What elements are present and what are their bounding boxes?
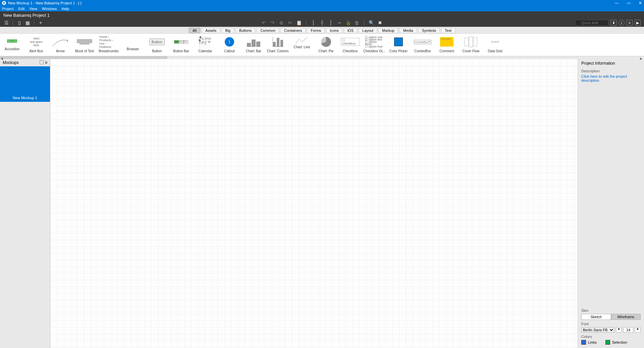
gallery-item-chartpie[interactable]: Chart: Pie xyxy=(314,34,338,56)
inspector-panel: Project Information Description Click he… xyxy=(578,59,644,348)
gallery-item-comment[interactable]: A comment Comment xyxy=(435,34,459,56)
separator xyxy=(34,20,34,25)
tab-symbols[interactable]: Symbols xyxy=(418,28,440,33)
gallery-item-checkboxgroup[interactable]: ☐ option one☑ option two☐ option three☐ … xyxy=(362,34,386,56)
skin-toggle: Sketch Wireframe xyxy=(581,314,641,320)
menu-icon[interactable]: ☰ xyxy=(3,20,9,25)
gallery-item-checkbox[interactable]: Checkbox Checkbox xyxy=(338,34,362,56)
gallery-label: Chart: Line xyxy=(294,45,310,49)
tab-containers[interactable]: Containers xyxy=(280,28,306,33)
link-color-swatch[interactable] xyxy=(581,340,586,345)
gallery-item-datagrid[interactable]: Data Grid xyxy=(483,34,507,56)
tab-buttons[interactable]: Buttons xyxy=(235,28,255,33)
menu-view[interactable]: View xyxy=(29,7,37,11)
lock-icon[interactable]: 🔒 xyxy=(345,20,351,25)
tab-text[interactable]: Text xyxy=(441,28,455,33)
gallery-item-colorpicker[interactable]: Color Picker xyxy=(386,34,411,56)
gallery-item-arrow[interactable]: Arrow xyxy=(48,34,72,56)
gallery-item-breadcrumbs[interactable]: Home › Products › Ace › Features Breadcr… xyxy=(97,34,121,56)
selection-color-swatch[interactable] xyxy=(605,340,610,345)
gallery-item-chartline[interactable]: Chart: Line xyxy=(290,34,314,56)
gallery-label: Button xyxy=(152,49,162,53)
gallery-item-coverflow[interactable]: Cover Flow xyxy=(459,34,483,56)
gallery-label: Comment xyxy=(439,49,454,53)
window-title: New Mockup 1 - New Balsamiq Project 1 - … xyxy=(8,1,82,5)
align-center-icon[interactable]: ╂ xyxy=(319,20,325,25)
colors-label: Colors xyxy=(581,335,641,339)
font-family-select[interactable]: Berlin Sans FB xyxy=(581,327,614,333)
tab-assets[interactable]: Assets xyxy=(202,28,220,33)
search-icon[interactable]: 🔍 xyxy=(368,20,374,25)
view-single-icon[interactable]: ▯ xyxy=(16,20,22,25)
quick-add-input[interactable] xyxy=(575,20,608,26)
tab-big[interactable]: Big xyxy=(221,28,234,33)
tab-ios[interactable]: iOS xyxy=(344,28,357,33)
mockup-thumbnail[interactable]: New Mockup 1 xyxy=(0,66,50,102)
gallery-item-alert[interactable]: Alerttext goes here Alert Box xyxy=(24,34,48,56)
align-top-icon[interactable]: ━ xyxy=(336,20,342,25)
project-info-title: Project Information xyxy=(578,59,644,68)
tab-forms[interactable]: Forms xyxy=(307,28,325,33)
maximize-button[interactable]: ▭ xyxy=(627,1,631,5)
menu-help[interactable]: Help xyxy=(62,7,69,11)
tab-icons[interactable]: Icons xyxy=(326,28,342,33)
canvas[interactable] xyxy=(50,59,578,348)
component-gallery-wrap: Item One Accordion Alerttext goes here A… xyxy=(0,33,644,59)
font-label: Font xyxy=(581,322,641,326)
close-button[interactable]: ✕ xyxy=(639,1,642,5)
mockups-view-icon[interactable] xyxy=(40,60,44,64)
gallery-item-chartbar[interactable]: Chart: Bar xyxy=(241,34,266,56)
tab-common[interactable]: Common xyxy=(257,28,279,33)
fullscreen-icon[interactable]: ▶ xyxy=(635,20,641,26)
undo-icon[interactable]: ↶ xyxy=(261,20,267,25)
close-search-icon[interactable]: ✖ xyxy=(377,20,383,25)
gallery-scroll-right-icon[interactable]: ▶ xyxy=(640,57,643,60)
font-family-dropdown-icon[interactable]: ▼ xyxy=(616,327,622,333)
tab-layout[interactable]: Layout xyxy=(359,28,377,33)
cut-icon[interactable]: ✂ xyxy=(287,20,293,25)
gallery-item-chartcol[interactable]: Chart: Column xyxy=(266,34,290,56)
gallery-scroll-left-icon[interactable]: ◀ xyxy=(1,57,4,60)
gallery-item-browser[interactable]: Browser xyxy=(121,34,145,56)
description-placeholder[interactable]: Click here to edit the project descripti… xyxy=(578,74,644,86)
copy-icon[interactable]: ⧉ xyxy=(278,20,284,26)
redo-icon[interactable]: ↷ xyxy=(270,20,276,25)
gallery-item-accordion[interactable]: Item One Accordion xyxy=(0,34,24,56)
paste-icon[interactable]: 📋 xyxy=(296,20,302,25)
minimize-button[interactable]: — xyxy=(615,1,619,5)
align-left-icon[interactable]: ┃ xyxy=(310,20,316,25)
import-icon[interactable]: ⬇ xyxy=(610,20,616,26)
add-icon[interactable]: ＋ xyxy=(38,20,44,26)
separator xyxy=(13,20,13,25)
menu-edit[interactable]: Edit xyxy=(18,7,24,11)
font-size-dropdown-icon[interactable]: ▼ xyxy=(635,327,641,333)
skin-sketch[interactable]: Sketch xyxy=(581,314,611,320)
view-grid-icon[interactable]: ▦ xyxy=(24,20,31,25)
component-gallery[interactable]: Item One Accordion Alerttext goes here A… xyxy=(0,33,644,56)
mockups-list-icon[interactable]: ≡ xyxy=(45,60,47,65)
project-title: New Balsamiq Project 1 xyxy=(3,13,50,18)
skin-wireframe[interactable]: Wireframe xyxy=(611,314,641,320)
tab-media[interactable]: Media xyxy=(399,28,417,33)
align-right-icon[interactable]: ┃ xyxy=(328,20,334,25)
gallery-label: ComboBox xyxy=(414,49,431,53)
separator xyxy=(306,20,306,25)
gallery-item-button[interactable]: Button Button xyxy=(145,34,169,56)
font-size-input[interactable] xyxy=(623,327,633,333)
notes-icon[interactable]: ≡ xyxy=(627,20,633,26)
gallery-item-blocktext[interactable]: Block of Text xyxy=(72,34,97,56)
gallery-item-combobox[interactable]: ComboBox ComboBox xyxy=(411,34,435,56)
gallery-label: Chart: Bar xyxy=(246,49,261,53)
gallery-label: Callout xyxy=(224,49,234,53)
gallery-item-buttonbar[interactable]: OneTwoThr Button Bar xyxy=(169,34,193,56)
menu-project[interactable]: Project xyxy=(2,7,13,11)
delete-icon[interactable]: 🗑 xyxy=(354,20,360,25)
gallery-item-callout[interactable]: 1 Callout xyxy=(217,34,241,56)
info-icon[interactable]: i xyxy=(619,20,625,26)
gallery-item-calendar[interactable]: ◀ JUL2016 ▶S M T W T F S· · · · · · ·· ·… xyxy=(193,34,217,56)
gallery-scrollbar[interactable] xyxy=(0,56,644,59)
tab-all[interactable]: All xyxy=(189,28,200,33)
gallery-label: Breadcrumbs xyxy=(99,49,118,53)
menu-windows[interactable]: Windows xyxy=(42,7,57,11)
tab-markup[interactable]: Markup xyxy=(378,28,398,33)
